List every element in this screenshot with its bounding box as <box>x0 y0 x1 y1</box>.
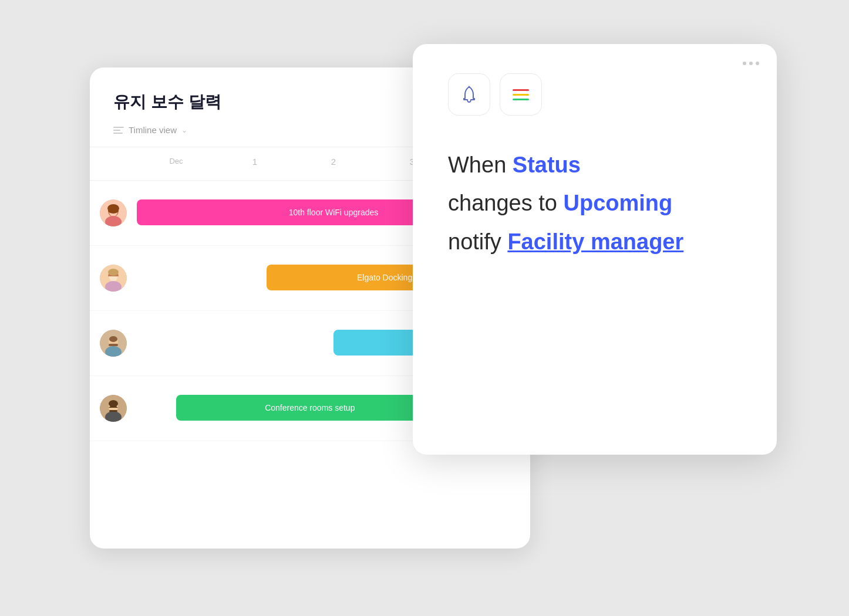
timeline-icon <box>113 127 124 134</box>
menu-button[interactable] <box>500 73 542 116</box>
day-2: 2 <box>294 157 373 167</box>
more-options-icon[interactable] <box>743 62 759 65</box>
task-conference-label: Conference rooms setup <box>265 403 355 412</box>
notification-card: When Status changes to Upcoming notify F… <box>413 44 777 455</box>
svg-rect-14 <box>109 344 118 346</box>
task-elgato-label: Elgato Docking <box>357 273 412 282</box>
date-col-2: 2 <box>294 157 373 175</box>
notif-facility-highlight: Facility manager <box>507 229 683 254</box>
notif-status-highlight: Status <box>513 153 581 177</box>
notif-when-plain: When <box>448 153 513 177</box>
notif-upcoming-highlight: Upcoming <box>563 191 672 215</box>
notif-changes-plain: changes to <box>448 191 563 215</box>
menu-lines-icon <box>513 89 529 100</box>
avatar-4 <box>90 395 137 422</box>
notif-line-2: changes to Upcoming <box>448 189 742 218</box>
bell-button[interactable] <box>448 73 490 116</box>
avatar-face-1 <box>100 199 127 226</box>
svg-point-15 <box>109 336 117 342</box>
notif-line-1: When Status <box>448 151 742 180</box>
avatar-img-4 <box>100 395 127 422</box>
date-col-1: 1 <box>215 157 294 175</box>
avatar-face-4 <box>100 395 127 422</box>
avatar-img-2 <box>100 265 127 292</box>
svg-rect-19 <box>109 410 117 412</box>
view-label: Timline view <box>129 125 177 135</box>
task-wifi-label: 10th floor WiFi upgrades <box>289 208 379 217</box>
chevron-down-icon: ⌄ <box>181 126 187 134</box>
date-col-dec: Dec <box>137 157 215 175</box>
svg-point-5 <box>107 204 119 212</box>
month-label: Dec <box>137 157 215 165</box>
avatar-img-1 <box>100 199 127 226</box>
notif-notify-plain: notify <box>448 229 507 254</box>
icons-row <box>448 73 742 116</box>
scene: 유지 보수 달력 Timline view ⌄ Dec 1 <box>72 44 777 572</box>
notif-line-3: notify Facility manager <box>448 228 742 256</box>
svg-point-20 <box>109 400 118 407</box>
svg-point-21 <box>469 86 470 88</box>
avatar-3 <box>90 330 137 357</box>
day-1: 1 <box>215 157 294 167</box>
notification-text: When Status changes to Upcoming notify F… <box>448 151 742 256</box>
avatar-spacer <box>90 157 137 175</box>
avatar-face-3 <box>100 330 127 357</box>
avatar-2 <box>90 265 137 292</box>
task-conference[interactable]: Conference rooms setup <box>176 395 444 421</box>
avatar-face-2 <box>100 265 127 292</box>
avatar-img-3 <box>100 330 127 357</box>
svg-point-10 <box>108 269 119 276</box>
avatar-1 <box>90 199 137 226</box>
